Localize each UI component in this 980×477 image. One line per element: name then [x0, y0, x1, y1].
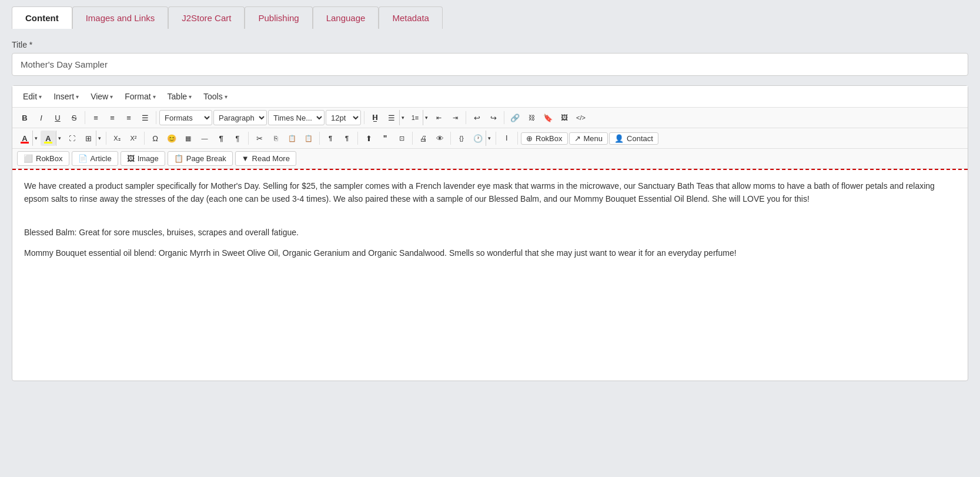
sep-12 — [450, 132, 451, 145]
font-size-select[interactable]: 12pt — [326, 110, 361, 125]
paste-button[interactable]: 📋 — [285, 131, 300, 146]
tab-metadata[interactable]: Metadata — [379, 6, 443, 29]
paste-text-button[interactable]: 📋 — [301, 131, 316, 146]
image-icon: 🖼 — [127, 154, 135, 163]
title-section: Title * — [12, 40, 968, 76]
bg-color-button[interactable]: A — [41, 131, 56, 146]
table-button[interactable]: ⊞ — [81, 131, 96, 146]
align-center-button[interactable]: ≡ — [105, 110, 120, 125]
menu-label: Menu — [584, 134, 603, 143]
strikethrough-button[interactable]: S — [66, 110, 82, 125]
indent-button[interactable]: ⇥ — [447, 110, 463, 125]
image-insert-button[interactable]: 🖼 — [557, 110, 572, 125]
undo-button[interactable]: ↩ — [469, 110, 484, 125]
blockquote-button[interactable]: ¶ — [339, 131, 354, 146]
image-label: Image — [138, 154, 159, 163]
menu-view[interactable]: View ▾ — [86, 89, 118, 104]
toolbar-row-1: B I U S ≡ ≡ ≡ ☰ Formats Paragraph — [12, 108, 968, 128]
print-button[interactable]: 🖨 — [416, 131, 431, 146]
hr-button[interactable]: — — [197, 131, 212, 146]
link-button[interactable]: 🔗 — [507, 110, 523, 125]
justify-button[interactable]: ☰ — [138, 110, 153, 125]
article-button[interactable]: 📄 Article — [72, 151, 118, 166]
paragraph-select[interactable]: Paragraph — [213, 110, 267, 125]
superscript-button[interactable]: X² — [126, 131, 141, 146]
sep-2 — [156, 111, 156, 124]
fullscreen-button[interactable]: ⛶ — [64, 131, 79, 146]
view-arrow: ▾ — [110, 94, 113, 100]
read-more-button[interactable]: ▼ Read More — [235, 151, 296, 166]
menu-format[interactable]: Format ▾ — [120, 89, 160, 104]
media-button[interactable]: ▦ — [180, 131, 196, 146]
ul-group: ☰ ▾ — [384, 110, 406, 125]
contact-button[interactable]: 👤 Contact — [609, 132, 658, 145]
pagebreak-button[interactable]: ¶ — [230, 131, 245, 146]
clock-arrow[interactable]: ▾ — [486, 131, 493, 146]
insert-arrow: ▾ — [76, 94, 79, 100]
table-group: ⊞ ▾ — [81, 131, 103, 146]
emoji-button[interactable]: 😊 — [164, 131, 179, 146]
preview-button[interactable]: 👁 — [432, 131, 447, 146]
unlink-button[interactable]: ⛓ — [524, 110, 539, 125]
menu-icon: ↗ — [574, 134, 581, 143]
bg-color-arrow[interactable]: ▾ — [56, 131, 63, 146]
template-button[interactable]: {} — [454, 131, 469, 146]
ordered-list-button[interactable]: 1≡ — [407, 110, 423, 125]
image-button[interactable]: 🖼 Image — [121, 151, 165, 166]
tab-publishing[interactable]: Publishing — [245, 6, 312, 29]
bold-button[interactable]: B — [17, 110, 32, 125]
show-blocks-button[interactable]: ¶ — [323, 131, 338, 146]
upload-button[interactable]: ⬆ — [361, 131, 376, 146]
rokbox-button[interactable]: ⬜ RokBox — [17, 151, 69, 166]
module-button[interactable]: ⊕ RokBox — [521, 132, 568, 145]
unordered-list-button[interactable]: ☰ — [384, 110, 399, 125]
font-select[interactable]: Times Ne... — [268, 110, 325, 125]
tab-content[interactable]: Content — [12, 6, 72, 29]
font-color-arrow[interactable]: ▾ — [32, 131, 39, 146]
tabs-bar: Content Images and Links J2Store Cart Pu… — [12, 6, 968, 28]
nbsp-button[interactable]: ¶ — [213, 131, 229, 146]
source-button[interactable]: </> — [573, 110, 588, 125]
anchor-button[interactable]: 🔖 — [540, 110, 556, 125]
font-color-button[interactable]: A — [17, 131, 32, 146]
omega-button[interactable]: Ω — [148, 131, 163, 146]
quote-button[interactable]: " — [377, 131, 393, 146]
table-arrow-btn[interactable]: ▾ — [96, 131, 103, 146]
formats-select[interactable]: Formats — [159, 110, 212, 125]
align-left-button[interactable]: ≡ — [88, 110, 103, 125]
contact-label: Contact — [627, 134, 653, 143]
cut-button[interactable]: ✂ — [252, 131, 267, 146]
special-char-button[interactable]: H̲ — [367, 110, 383, 125]
tab-j2store-cart[interactable]: J2Store Cart — [168, 6, 245, 29]
sep-5 — [504, 111, 504, 124]
content-area[interactable]: We have created a product sampler specif… — [12, 169, 968, 381]
redo-button[interactable]: ↪ — [486, 110, 501, 125]
menu-tools[interactable]: Tools ▾ — [199, 89, 232, 104]
page-break-button[interactable]: 📋 Page Break — [168, 151, 233, 166]
menu-insert-button[interactable]: ↗ Menu — [569, 132, 608, 145]
code-sample-button[interactable]: ⊡ — [394, 131, 409, 146]
subscript-button[interactable]: X₂ — [109, 131, 125, 146]
ul-arrow[interactable]: ▾ — [399, 110, 406, 125]
menu-table[interactable]: Table ▾ — [163, 89, 196, 104]
menu-insert[interactable]: Insert ▾ — [49, 89, 83, 104]
sep-10 — [357, 132, 358, 145]
sep-4 — [466, 111, 466, 124]
italic-button[interactable]: I — [34, 110, 49, 125]
title-input[interactable] — [12, 53, 968, 76]
article-icon: 📄 — [78, 154, 88, 163]
align-right-button[interactable]: ≡ — [121, 110, 136, 125]
copy-button[interactable]: ⎘ — [268, 131, 283, 146]
tab-language[interactable]: Language — [313, 6, 379, 29]
underline-button[interactable]: U — [50, 110, 65, 125]
ol-arrow[interactable]: ▾ — [423, 110, 430, 125]
clock-button[interactable]: 🕐 — [470, 131, 486, 146]
menu-edit[interactable]: Edit ▾ — [18, 89, 46, 104]
clock-group: 🕐 ▾ — [470, 131, 493, 146]
sep-3 — [364, 111, 364, 124]
remove-format-button[interactable]: Ⅰ — [499, 131, 514, 146]
tab-images-and-links[interactable]: Images and Links — [72, 6, 169, 29]
outdent-button[interactable]: ⇤ — [431, 110, 446, 125]
menu-bar: Edit ▾ Insert ▾ View ▾ Format ▾ Table ▾ … — [12, 86, 968, 108]
content-para-1: We have created a product sampler specif… — [24, 179, 956, 206]
